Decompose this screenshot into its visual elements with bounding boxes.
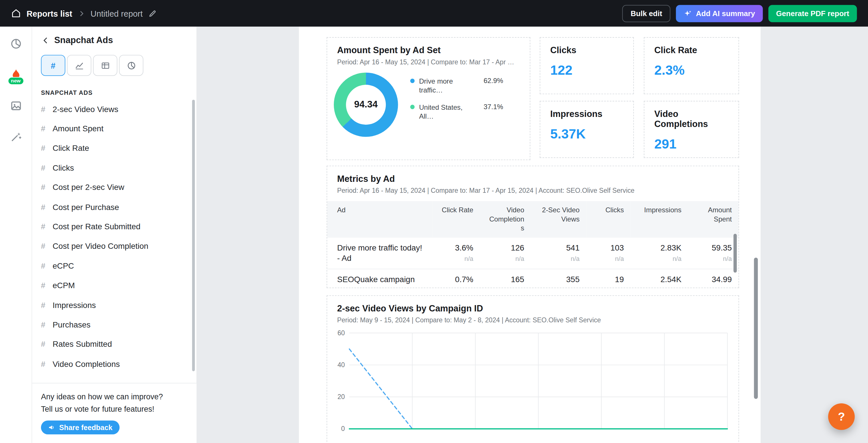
hash-icon: #: [41, 164, 46, 172]
magic-wand-rail-icon[interactable]: [9, 129, 23, 144]
y-tick-label: 20: [338, 393, 345, 401]
metric-item[interactable]: #Purchases: [41, 315, 188, 334]
back-chevron-icon[interactable]: [41, 36, 50, 45]
share-feedback-button[interactable]: Share feedback: [41, 421, 120, 434]
hash-icon: #: [41, 203, 46, 211]
sparkle-icon: [684, 9, 692, 18]
hash-icon: #: [41, 105, 46, 114]
breadcrumb-report-name[interactable]: Untitled report: [90, 9, 143, 18]
column-header: Amount Spent: [688, 201, 739, 237]
value-cell: 0.7%n/a: [432, 269, 480, 288]
number-toggle-label: #: [51, 61, 55, 70]
metric-item[interactable]: #2-sec Video Views: [41, 99, 188, 119]
widget-kpi-click-rate[interactable]: Click Rate 2.3%: [644, 37, 739, 94]
hash-icon: #: [41, 300, 46, 309]
image-rail-icon[interactable]: [9, 98, 23, 113]
help-button[interactable]: ?: [828, 403, 855, 430]
hash-icon: #: [41, 340, 46, 349]
metric-item[interactable]: #Click Rate: [41, 139, 188, 158]
metric-item[interactable]: #Clicks: [41, 158, 188, 178]
widget-kpi-impressions[interactable]: Impressions 5.37K: [539, 101, 634, 158]
metric-item[interactable]: #Rates Submitted: [41, 334, 188, 354]
main-scrollbar[interactable]: [754, 258, 758, 399]
app: Reports list Untitled report Bulk edit A…: [0, 0, 868, 443]
widget-amount-spent-by-ad-set[interactable]: Amount Spent by Ad Set Period: Apr 16 - …: [327, 37, 530, 160]
metric-item[interactable]: #Cost per 2-sec View: [41, 178, 188, 197]
value-cell: 19n/a: [586, 269, 630, 288]
column-header: Clicks: [586, 201, 630, 237]
table-row: Drive more traffic today! - Ad 3.6%n/a 1…: [327, 237, 739, 269]
sidebar-title: Snapchat Ads: [54, 35, 113, 46]
legend-label: Drive more traffic…: [419, 77, 478, 95]
widget-kpi-clicks[interactable]: Clicks 122: [539, 37, 634, 94]
add-ai-summary-label: Add AI summary: [696, 9, 755, 18]
generate-pdf-button[interactable]: Generate PDF report: [768, 5, 857, 22]
toggle-line-chart-view[interactable]: [67, 55, 91, 76]
sidebar-scrollbar[interactable]: [192, 100, 195, 371]
table-scrollbar[interactable]: [733, 234, 737, 273]
report-canvas: Amount Spent by Ad Set Period: Apr 16 - …: [197, 27, 868, 443]
home-icon[interactable]: [11, 8, 21, 19]
metric-item[interactable]: #Cost per Purchase: [41, 197, 188, 217]
value-cell: 103n/a: [586, 237, 630, 269]
metric-item[interactable]: #Video Completions: [41, 354, 188, 374]
table-icon: [100, 61, 110, 70]
toggle-pie-chart-view[interactable]: [119, 55, 144, 76]
breadcrumb-reports-list[interactable]: Reports list: [27, 9, 72, 18]
column-header: 2-Sec Video Views: [531, 201, 586, 237]
value-cell: 3.6%n/a: [432, 237, 480, 269]
widget-metrics-by-ad[interactable]: Metrics by Ad Period: Apr 16 - May 15, 2…: [327, 166, 739, 288]
line-chart: 60 40 20 0: [337, 329, 730, 443]
sidebar-panel: Snapchat Ads # SNAPCHAT ADS #2-sec Video…: [32, 27, 197, 443]
hash-icon: #: [41, 261, 46, 270]
donut-center-value: 94.34: [354, 99, 378, 110]
metric-item[interactable]: #eCPC: [41, 256, 188, 275]
toggle-table-view[interactable]: [93, 55, 117, 76]
widget-kpi-video-completions[interactable]: Video Completions 291: [644, 101, 739, 158]
y-tick-label: 60: [338, 329, 345, 336]
kpi-title: Impressions: [550, 109, 623, 119]
table-header-row: Ad Click Rate Video Completions 2-Sec Vi…: [327, 201, 739, 237]
column-header: Impressions: [631, 201, 688, 237]
widget-subtitle: Period: Apr 16 - May 15, 2024 | Compare …: [337, 58, 520, 66]
donut-chart: 94.34: [334, 73, 398, 137]
kpi-value: 2.3%: [654, 63, 728, 78]
toggle-number-view[interactable]: #: [41, 55, 65, 76]
snapchat-source-icon[interactable]: new: [9, 67, 23, 82]
column-header: Click Rate: [432, 201, 480, 237]
metric-item[interactable]: #Amount Spent: [41, 119, 188, 138]
topbar-actions: Bulk edit Add AI summary Generate PDF re…: [622, 5, 857, 22]
legend-dot: [410, 105, 414, 109]
widget-type-toggles: #: [41, 55, 188, 76]
feedback-line1: Any ideas on how we can improve?: [41, 391, 188, 403]
hash-icon: #: [41, 124, 46, 133]
kpi-value: 5.37K: [550, 126, 623, 142]
donut-legend: Drive more traffic… 62.9% United States,…: [410, 77, 503, 137]
metric-item[interactable]: #eCPM: [41, 275, 188, 295]
chevron-right-icon: [78, 10, 85, 17]
ad-name-cell: SEOQuake campaign: [327, 269, 432, 288]
metric-item[interactable]: #Cost per Video Completion: [41, 236, 188, 256]
legend-dot: [410, 79, 414, 83]
widget-video-views-by-campaign[interactable]: 2-sec Video Views by Campaign ID Period:…: [327, 295, 739, 443]
value-cell: 541n/a: [531, 237, 586, 269]
edit-report-name-icon[interactable]: [148, 9, 156, 18]
feedback-section: Any ideas on how we can improve? Tell us…: [32, 383, 197, 443]
bulk-edit-button[interactable]: Bulk edit: [622, 5, 671, 22]
widget-title: Amount Spent by Ad Set: [337, 46, 520, 55]
widget-subtitle: Period: Apr 16 - May 15, 2024 | Compare …: [337, 187, 728, 195]
kpi-title: Click Rate: [654, 46, 728, 55]
pie-chart-rail-icon[interactable]: [9, 36, 23, 51]
metric-item[interactable]: #Impressions: [41, 295, 188, 315]
value-cell: 355n/a: [531, 269, 586, 288]
add-ai-summary-button[interactable]: Add AI summary: [676, 5, 763, 22]
column-header: Video Completions: [480, 201, 531, 237]
share-feedback-label: Share feedback: [59, 423, 112, 432]
legend-value: 62.9%: [484, 77, 503, 85]
ad-name-cell: Drive more traffic today! - Ad: [327, 237, 432, 269]
kpi-title: Video Completions: [654, 109, 728, 129]
hash-icon: #: [41, 320, 46, 329]
widget-title: 2-sec Video Views by Campaign ID: [337, 304, 728, 314]
metric-item[interactable]: #Cost per Rate Submitted: [41, 217, 188, 236]
compare-period-line: [349, 349, 412, 429]
